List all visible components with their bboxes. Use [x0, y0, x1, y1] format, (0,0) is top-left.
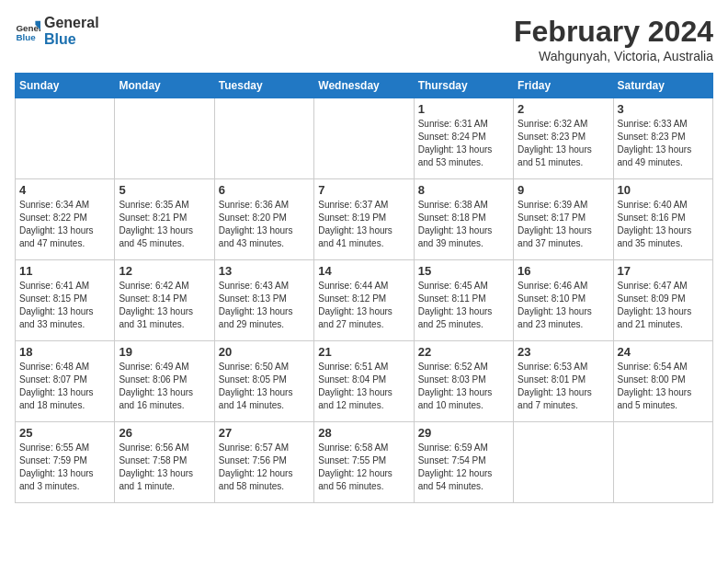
- day-number: 4: [19, 183, 110, 197]
- calendar-cell: 29Sunrise: 6:59 AM Sunset: 7:54 PM Dayli…: [414, 422, 513, 503]
- calendar-week-row: 11Sunrise: 6:41 AM Sunset: 8:15 PM Dayli…: [16, 260, 713, 341]
- day-info: Sunrise: 6:43 AM Sunset: 8:13 PM Dayligh…: [219, 280, 310, 331]
- day-info: Sunrise: 6:45 AM Sunset: 8:11 PM Dayligh…: [418, 280, 509, 331]
- calendar-cell: 7Sunrise: 6:37 AM Sunset: 8:19 PM Daylig…: [314, 179, 414, 260]
- calendar-cell: 16Sunrise: 6:46 AM Sunset: 8:10 PM Dayli…: [514, 260, 613, 341]
- calendar-week-row: 4Sunrise: 6:34 AM Sunset: 8:22 PM Daylig…: [16, 179, 713, 260]
- header-tuesday: Tuesday: [214, 74, 313, 98]
- day-number: 29: [418, 426, 509, 440]
- logo: General Blue General Blue: [15, 15, 99, 47]
- calendar-week-row: 1Sunrise: 6:31 AM Sunset: 8:24 PM Daylig…: [16, 98, 713, 179]
- day-number: 6: [219, 183, 310, 197]
- day-info: Sunrise: 6:48 AM Sunset: 8:07 PM Dayligh…: [19, 361, 110, 412]
- calendar-cell: 17Sunrise: 6:47 AM Sunset: 8:09 PM Dayli…: [613, 260, 712, 341]
- day-number: 10: [618, 183, 709, 197]
- day-number: 19: [119, 345, 210, 359]
- day-number: 20: [219, 345, 310, 359]
- calendar-cell: 27Sunrise: 6:57 AM Sunset: 7:56 PM Dayli…: [214, 422, 313, 503]
- day-info: Sunrise: 6:31 AM Sunset: 8:24 PM Dayligh…: [418, 118, 509, 169]
- calendar-cell: 5Sunrise: 6:35 AM Sunset: 8:21 PM Daylig…: [115, 179, 214, 260]
- day-info: Sunrise: 6:50 AM Sunset: 8:05 PM Dayligh…: [219, 361, 310, 412]
- day-info: Sunrise: 6:52 AM Sunset: 8:03 PM Dayligh…: [418, 361, 509, 412]
- day-number: 26: [119, 426, 210, 440]
- day-info: Sunrise: 6:56 AM Sunset: 7:58 PM Dayligh…: [119, 442, 210, 493]
- day-info: Sunrise: 6:58 AM Sunset: 7:55 PM Dayligh…: [318, 442, 409, 493]
- day-info: Sunrise: 6:42 AM Sunset: 8:14 PM Dayligh…: [119, 280, 210, 331]
- calendar-cell: 19Sunrise: 6:49 AM Sunset: 8:06 PM Dayli…: [115, 341, 214, 422]
- day-info: Sunrise: 6:38 AM Sunset: 8:18 PM Dayligh…: [418, 199, 509, 250]
- day-number: 9: [518, 183, 609, 197]
- day-info: Sunrise: 6:37 AM Sunset: 8:19 PM Dayligh…: [318, 199, 409, 250]
- calendar-cell: 23Sunrise: 6:53 AM Sunset: 8:01 PM Dayli…: [514, 341, 613, 422]
- calendar-cell: 28Sunrise: 6:58 AM Sunset: 7:55 PM Dayli…: [314, 422, 414, 503]
- calendar-cell: 14Sunrise: 6:44 AM Sunset: 8:12 PM Dayli…: [314, 260, 414, 341]
- calendar-cell: [214, 98, 313, 179]
- calendar-cell: 20Sunrise: 6:50 AM Sunset: 8:05 PM Dayli…: [214, 341, 313, 422]
- day-info: Sunrise: 6:54 AM Sunset: 8:00 PM Dayligh…: [618, 361, 709, 412]
- day-info: Sunrise: 6:35 AM Sunset: 8:21 PM Dayligh…: [119, 199, 210, 250]
- day-info: Sunrise: 6:53 AM Sunset: 8:01 PM Dayligh…: [518, 361, 609, 412]
- day-number: 13: [219, 264, 310, 278]
- day-number: 7: [318, 183, 409, 197]
- calendar-table: SundayMondayTuesdayWednesdayThursdayFrid…: [15, 73, 713, 503]
- day-number: 21: [318, 345, 409, 359]
- day-info: Sunrise: 6:32 AM Sunset: 8:23 PM Dayligh…: [518, 118, 609, 169]
- day-info: Sunrise: 6:59 AM Sunset: 7:54 PM Dayligh…: [418, 442, 509, 493]
- calendar-week-row: 18Sunrise: 6:48 AM Sunset: 8:07 PM Dayli…: [16, 341, 713, 422]
- day-number: 18: [19, 345, 110, 359]
- calendar-cell: 2Sunrise: 6:32 AM Sunset: 8:23 PM Daylig…: [514, 98, 613, 179]
- calendar-cell: 26Sunrise: 6:56 AM Sunset: 7:58 PM Dayli…: [115, 422, 214, 503]
- day-info: Sunrise: 6:46 AM Sunset: 8:10 PM Dayligh…: [518, 280, 609, 331]
- calendar-cell: 22Sunrise: 6:52 AM Sunset: 8:03 PM Dayli…: [414, 341, 513, 422]
- calendar-week-row: 25Sunrise: 6:55 AM Sunset: 7:59 PM Dayli…: [16, 422, 713, 503]
- day-info: Sunrise: 6:41 AM Sunset: 8:15 PM Dayligh…: [19, 280, 110, 331]
- day-number: 1: [418, 102, 509, 116]
- calendar-cell: [613, 422, 712, 503]
- calendar-cell: 8Sunrise: 6:38 AM Sunset: 8:18 PM Daylig…: [414, 179, 513, 260]
- day-number: 5: [119, 183, 210, 197]
- calendar-cell: [115, 98, 214, 179]
- calendar-cell: 15Sunrise: 6:45 AM Sunset: 8:11 PM Dayli…: [414, 260, 513, 341]
- day-number: 8: [418, 183, 509, 197]
- logo-general-text: General: [44, 15, 99, 31]
- day-info: Sunrise: 6:49 AM Sunset: 8:06 PM Dayligh…: [119, 361, 210, 412]
- calendar-cell: 10Sunrise: 6:40 AM Sunset: 8:16 PM Dayli…: [613, 179, 712, 260]
- calendar-cell: 12Sunrise: 6:42 AM Sunset: 8:14 PM Dayli…: [115, 260, 214, 341]
- logo-blue-text: Blue: [44, 31, 99, 48]
- day-info: Sunrise: 6:44 AM Sunset: 8:12 PM Dayligh…: [318, 280, 409, 331]
- header-wednesday: Wednesday: [314, 74, 414, 98]
- day-number: 28: [318, 426, 409, 440]
- day-info: Sunrise: 6:51 AM Sunset: 8:04 PM Dayligh…: [318, 361, 409, 412]
- day-number: 14: [318, 264, 409, 278]
- day-number: 17: [618, 264, 709, 278]
- day-number: 2: [518, 102, 609, 116]
- day-number: 25: [19, 426, 110, 440]
- day-info: Sunrise: 6:39 AM Sunset: 8:17 PM Dayligh…: [518, 199, 609, 250]
- header-monday: Monday: [115, 74, 214, 98]
- calendar-cell: 6Sunrise: 6:36 AM Sunset: 8:20 PM Daylig…: [214, 179, 313, 260]
- day-number: 23: [518, 345, 609, 359]
- calendar-cell: [16, 98, 115, 179]
- day-info: Sunrise: 6:47 AM Sunset: 8:09 PM Dayligh…: [618, 280, 709, 331]
- day-number: 27: [219, 426, 310, 440]
- day-number: 16: [518, 264, 609, 278]
- header-saturday: Saturday: [613, 74, 712, 98]
- calendar-title: February 2024: [514, 15, 713, 49]
- calendar-cell: 9Sunrise: 6:39 AM Sunset: 8:17 PM Daylig…: [514, 179, 613, 260]
- header-sunday: Sunday: [16, 74, 115, 98]
- calendar-cell: [514, 422, 613, 503]
- calendar-cell: 11Sunrise: 6:41 AM Sunset: 8:15 PM Dayli…: [16, 260, 115, 341]
- day-info: Sunrise: 6:34 AM Sunset: 8:22 PM Dayligh…: [19, 199, 110, 250]
- calendar-cell: 13Sunrise: 6:43 AM Sunset: 8:13 PM Dayli…: [214, 260, 313, 341]
- calendar-cell: [314, 98, 414, 179]
- day-info: Sunrise: 6:36 AM Sunset: 8:20 PM Dayligh…: [219, 199, 310, 250]
- day-info: Sunrise: 6:55 AM Sunset: 7:59 PM Dayligh…: [19, 442, 110, 493]
- day-number: 15: [418, 264, 509, 278]
- calendar-cell: 18Sunrise: 6:48 AM Sunset: 8:07 PM Dayli…: [16, 341, 115, 422]
- calendar-header-row: SundayMondayTuesdayWednesdayThursdayFrid…: [16, 74, 713, 98]
- generalblue-logo-icon: General Blue: [15, 18, 40, 44]
- svg-text:Blue: Blue: [16, 31, 36, 41]
- calendar-cell: 21Sunrise: 6:51 AM Sunset: 8:04 PM Dayli…: [314, 341, 414, 422]
- calendar-cell: 4Sunrise: 6:34 AM Sunset: 8:22 PM Daylig…: [16, 179, 115, 260]
- day-info: Sunrise: 6:40 AM Sunset: 8:16 PM Dayligh…: [618, 199, 709, 250]
